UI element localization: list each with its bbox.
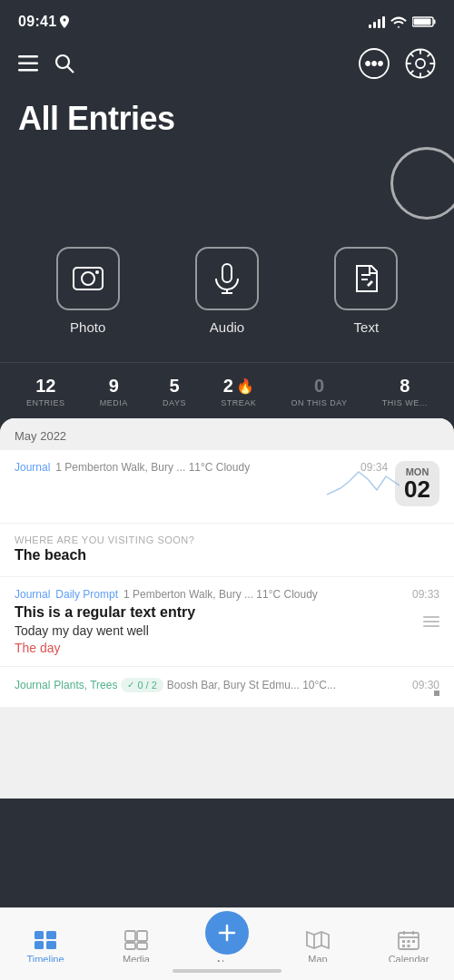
- svg-point-15: [82, 272, 94, 285]
- top-nav: [0, 40, 454, 91]
- entry3-location: 1 Pemberton Walk, Bury ... 11°C Cloudy: [123, 588, 412, 601]
- entry1-location: 1 Pemberton Walk, Bury ... 11°C Cloudy: [55, 461, 360, 474]
- dot-icon: [434, 691, 439, 696]
- entry-4[interactable]: Journal Plants, Trees ✓ 0 / 2 Boosh Bar,…: [0, 667, 454, 707]
- page-title: All Entries: [18, 100, 436, 138]
- stat-thisweek: 8 THIS WE...: [382, 376, 428, 407]
- nav-calendar[interactable]: Calendar: [363, 930, 454, 965]
- fab-circle[interactable]: [390, 147, 454, 220]
- svg-point-6: [56, 55, 69, 68]
- svg-rect-2: [414, 19, 431, 25]
- home-indicator-bar: [173, 969, 281, 973]
- stat-media-value: 9: [109, 376, 119, 397]
- entry2-prompt-label: WHERE ARE YOU VISITING SOON?: [15, 534, 439, 545]
- stat-streak: 2🔥 STREAK: [221, 376, 256, 407]
- svg-line-7: [68, 67, 74, 74]
- nav-map[interactable]: Map: [272, 930, 363, 965]
- photo-action[interactable]: Photo: [56, 247, 120, 335]
- menu-lines-icon: [423, 616, 439, 627]
- svg-point-9: [366, 62, 370, 65]
- stat-entries-value: 12: [35, 376, 55, 397]
- entry-3[interactable]: Journal Daily Prompt 1 Pemberton Walk, B…: [0, 577, 454, 666]
- status-bar: 09:41: [0, 0, 454, 40]
- svg-rect-26: [125, 931, 135, 941]
- entry4-tag-badge: ✓ 0 / 2: [121, 678, 163, 692]
- stat-entries: 12 ENTRIES: [26, 376, 65, 407]
- entry-1[interactable]: Journal 1 Pemberton Walk, Bury ... 11°C …: [0, 450, 454, 523]
- photo-label: Photo: [70, 319, 105, 335]
- audio-icon-box: [195, 247, 259, 310]
- svg-rect-23: [35, 941, 44, 949]
- stat-thisweek-value: 8: [400, 376, 410, 397]
- date-badge: MON 02: [395, 461, 439, 506]
- entry3-highlight: The day: [15, 641, 439, 655]
- hamburger-button[interactable]: [18, 55, 38, 72]
- text-label: Text: [354, 319, 380, 335]
- stat-media-label: MEDIA: [100, 398, 128, 407]
- map-icon: [306, 930, 330, 950]
- nav-timeline[interactable]: Timeline: [0, 930, 91, 965]
- entry3-title: This is a regular text entry: [15, 604, 439, 621]
- stat-days-label: DAYS: [163, 398, 186, 407]
- fab-area: [0, 156, 454, 229]
- svg-rect-22: [35, 931, 44, 939]
- svg-rect-27: [137, 931, 147, 941]
- svg-rect-17: [222, 264, 232, 282]
- mini-chart: [327, 463, 400, 503]
- svg-point-11: [379, 62, 382, 65]
- stat-onthisday-label: ON THIS DAY: [291, 398, 347, 407]
- cloud-icon: ☁: [421, 539, 439, 561]
- search-button[interactable]: [54, 54, 74, 74]
- entry2-title: The beach: [15, 547, 439, 564]
- date-badge-num: 02: [404, 477, 430, 501]
- svg-rect-28: [125, 943, 135, 949]
- media-icon: [124, 930, 148, 950]
- stat-streak-value: 2🔥: [223, 376, 254, 397]
- svg-point-16: [95, 270, 99, 274]
- status-time: 09:41: [18, 14, 56, 30]
- svg-marker-32: [307, 932, 329, 948]
- stat-onthisday-value: 0: [314, 376, 324, 397]
- entry4-time: 09:30: [412, 679, 439, 691]
- svg-rect-24: [46, 931, 56, 939]
- entry-2[interactable]: WHERE ARE YOU VISITING SOON? The beach ☁: [0, 524, 454, 576]
- svg-rect-4: [18, 63, 38, 65]
- stats-bar: 12 ENTRIES 9 MEDIA 5 DAYS 2🔥 STREAK 0 ON…: [0, 362, 454, 418]
- svg-rect-43: [408, 945, 410, 947]
- svg-rect-40: [408, 940, 410, 943]
- svg-point-13: [416, 59, 425, 68]
- new-button[interactable]: [205, 911, 249, 955]
- svg-rect-39: [402, 940, 405, 943]
- text-icon-box: [334, 247, 398, 310]
- stat-days: 5 DAYS: [163, 376, 186, 407]
- more-button[interactable]: [358, 47, 390, 80]
- nav-media[interactable]: Media: [91, 930, 182, 965]
- wifi-icon: [390, 15, 407, 28]
- month-header: May 2022: [0, 418, 454, 450]
- calendar-icon: [398, 930, 419, 950]
- text-action[interactable]: Text: [334, 247, 398, 335]
- status-icons: [369, 15, 436, 28]
- battery-icon: [412, 15, 436, 28]
- entry3-journal: Journal: [15, 588, 50, 601]
- quick-actions: Photo Audio Text: [0, 229, 454, 362]
- entry3-daily-prompt: Daily Prompt: [55, 588, 118, 601]
- svg-rect-42: [402, 945, 405, 947]
- audio-label: Audio: [210, 319, 244, 335]
- entry4-plants: Plants, Trees: [54, 679, 117, 691]
- entry1-journal: Journal: [15, 461, 50, 474]
- svg-rect-3: [18, 55, 38, 58]
- entry3-body: Today my day went well: [15, 622, 439, 641]
- stat-media: 9 MEDIA: [100, 376, 128, 407]
- audio-action[interactable]: Audio: [195, 247, 259, 335]
- stat-streak-label: STREAK: [221, 398, 256, 407]
- page-header: All Entries: [0, 91, 454, 156]
- entry4-location: Boosh Bar, Bury St Edmu... 10°C...: [167, 679, 412, 691]
- location-icon: [60, 15, 69, 28]
- svg-point-10: [372, 62, 376, 65]
- settings-button[interactable]: [405, 48, 436, 79]
- svg-rect-29: [137, 943, 147, 949]
- home-indicator: [0, 962, 454, 980]
- svg-rect-41: [412, 940, 415, 943]
- entries-list: May 2022 Journal 1 Pemberton Walk, Bury …: [0, 418, 454, 799]
